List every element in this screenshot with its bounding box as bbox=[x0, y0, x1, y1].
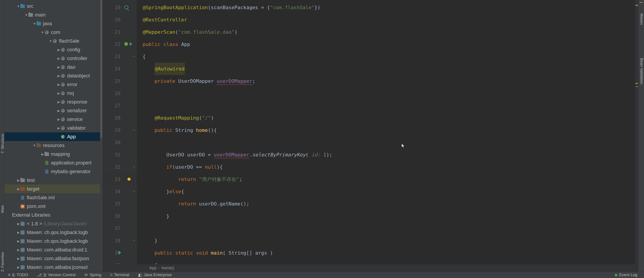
code-line-36[interactable]: } bbox=[143, 210, 634, 222]
code-line-32[interactable]: if(userDO == null){ bbox=[143, 161, 634, 173]
gutter-line-20[interactable]: 20 bbox=[103, 14, 136, 26]
gutter-line-37[interactable]: 37 bbox=[103, 222, 136, 235]
code-line-21[interactable]: @MapperScan("com.flashSale.dao") bbox=[143, 26, 634, 38]
fold-mark-icon[interactable] bbox=[133, 130, 135, 130]
expand-arrow-right-icon[interactable]: ▶ bbox=[57, 126, 60, 130]
expand-arrow-down-icon[interactable]: ▼ bbox=[41, 30, 44, 34]
tool-spring[interactable]: ⟳ Spring bbox=[84, 273, 101, 278]
gutter-line-26[interactable]: 26 bbox=[103, 87, 136, 100]
gutter-line-24[interactable]: 24 bbox=[103, 63, 136, 75]
code-line-28[interactable]: @RequestMapping("/") bbox=[143, 112, 634, 124]
spring-bean-icon[interactable] bbox=[124, 42, 128, 46]
tree-row-flashsale[interactable]: ▼flashSale bbox=[4, 37, 100, 45]
code-line-26[interactable] bbox=[143, 87, 634, 100]
expand-arrow-right-icon[interactable]: ▶ bbox=[57, 100, 60, 104]
gutter-line-32[interactable]: 32 bbox=[103, 161, 136, 173]
code-line-37[interactable] bbox=[143, 222, 634, 235]
gutter-line-21[interactable]: 21 bbox=[103, 26, 136, 38]
tree-row-maven-com-alibaba-fastjson[interactable]: ▶Maven: com.alibaba:fastjson bbox=[4, 254, 100, 263]
tool-structure[interactable]: 7: Structure bbox=[0, 134, 5, 153]
fold-mark-icon[interactable] bbox=[133, 240, 135, 241]
gutter-line-27[interactable]: 27 bbox=[103, 100, 136, 112]
crumb-method[interactable]: home() bbox=[160, 266, 176, 271]
minimize-icon[interactable] bbox=[640, 2, 643, 3]
tree-row-serializer[interactable]: ▶serializer bbox=[4, 106, 100, 115]
code-line-34[interactable]: }else{ bbox=[143, 185, 634, 198]
tree-row-target[interactable]: ▶target bbox=[4, 184, 100, 193]
tree-row--1-8-[interactable]: ▶< 1.8 >/Library/Java/JavaV bbox=[4, 219, 100, 228]
tool-version-control[interactable]: ⎇ 9: Version Control bbox=[37, 273, 76, 278]
intention-bulb-icon[interactable] bbox=[128, 178, 130, 181]
expand-arrow-right-icon[interactable]: ▶ bbox=[57, 65, 60, 69]
tree-row-mq[interactable]: ▶mq bbox=[4, 89, 100, 98]
code-line-22[interactable]: public class App bbox=[143, 38, 634, 50]
gutter-line-34[interactable]: 34 bbox=[103, 185, 136, 198]
tree-scrollbar[interactable] bbox=[100, 0, 103, 275]
expand-arrow-right-icon[interactable]: ▶ bbox=[16, 187, 20, 191]
expand-arrow-right-icon[interactable]: ▶ bbox=[16, 257, 20, 260]
expand-arrow-right-icon[interactable]: ▶ bbox=[57, 83, 60, 86]
gutter-line-31[interactable]: 31 bbox=[103, 148, 136, 161]
tree-row-external-libraries[interactable]: External Libraries bbox=[4, 211, 100, 219]
expand-arrow-right-icon[interactable]: ▶ bbox=[16, 178, 20, 182]
tool-web[interactable]: Web bbox=[0, 205, 5, 213]
tree-row-main[interactable]: ▼main bbox=[4, 10, 100, 19]
gutter-line-36[interactable]: 36 bbox=[103, 210, 136, 222]
expand-arrow-down-icon[interactable]: ▼ bbox=[49, 39, 52, 43]
project-tree[interactable]: ▼src▼main▼java▼com▼flashSale▶config▶cont… bbox=[4, 2, 100, 272]
code-line-19[interactable]: @SpringBootApplication(scanBasePackages … bbox=[143, 1, 634, 14]
expand-arrow-right-icon[interactable]: ▶ bbox=[16, 222, 20, 226]
tree-row-java[interactable]: ▼java bbox=[4, 19, 100, 28]
tree-row-dao[interactable]: ▶dao bbox=[4, 63, 100, 71]
tree-row-application-propert[interactable]: application.propert bbox=[4, 158, 100, 167]
tree-row-service[interactable]: ▶service bbox=[4, 115, 100, 124]
gutter-line-19[interactable]: 19 bbox=[103, 1, 136, 14]
tool-bean-validation[interactable]: Bean Validation bbox=[639, 58, 644, 84]
tree-row-test[interactable]: ▶test bbox=[4, 176, 100, 184]
tree-row-pom-xml[interactable]: mpom.xml bbox=[4, 202, 100, 211]
tool-java-enterprise[interactable]: ◧ Java Enterprise bbox=[138, 273, 172, 278]
gutter-line-33[interactable]: 33 bbox=[103, 173, 136, 185]
gutter-line-25[interactable]: 25 bbox=[103, 75, 136, 87]
expand-arrow-right-icon[interactable]: ▶ bbox=[57, 74, 60, 78]
expand-arrow-right-icon[interactable]: ▶ bbox=[57, 92, 60, 95]
run-icon[interactable] bbox=[130, 42, 132, 46]
event-log[interactable]: Event Log bbox=[615, 273, 637, 277]
code-line-33[interactable]: return "用户对象不存在"; bbox=[143, 173, 634, 185]
expand-arrow-down-icon[interactable]: ▼ bbox=[33, 144, 36, 147]
run-icon[interactable] bbox=[118, 251, 121, 254]
tree-row-com[interactable]: ▼com bbox=[4, 28, 100, 37]
editor-code[interactable]: @SpringBootApplication(scanBasePackages … bbox=[136, 0, 638, 267]
expand-arrow-right-icon[interactable]: ▶ bbox=[16, 266, 20, 269]
tree-row-dataobject[interactable]: ▶dataobject bbox=[4, 71, 100, 80]
code-line-23[interactable]: { bbox=[143, 50, 634, 63]
expand-arrow-right-icon[interactable]: ▶ bbox=[16, 239, 20, 243]
gutter-line-28[interactable]: 28 bbox=[103, 112, 136, 124]
tree-row-validator[interactable]: ▶validator bbox=[4, 124, 100, 132]
editor-error-stripe[interactable] bbox=[635, 0, 638, 267]
tree-row-config[interactable]: ▶config bbox=[4, 45, 100, 54]
tool-terminal[interactable]: ⌑ Terminal bbox=[110, 273, 129, 278]
expand-arrow-down-icon[interactable]: ▼ bbox=[16, 4, 20, 8]
tool-favorites[interactable]: 2: Favorites bbox=[0, 252, 5, 272]
tree-row-error[interactable]: ▶error bbox=[4, 80, 100, 89]
code-line-38[interactable]: } bbox=[143, 235, 634, 247]
tool-todo[interactable]: ≡ 6: TODO bbox=[8, 273, 28, 277]
code-line-35[interactable]: return userDO.getName(); bbox=[143, 198, 634, 210]
expand-arrow-right-icon[interactable]: ▶ bbox=[16, 231, 20, 234]
gutter-line-23[interactable]: 23 bbox=[103, 50, 136, 63]
expand-arrow-right-icon[interactable]: ▶ bbox=[57, 57, 60, 60]
code-line-29[interactable]: public String home(){ bbox=[143, 124, 634, 136]
code-line-24[interactable]: @Autowired bbox=[143, 63, 634, 75]
tree-row-mapping[interactable]: ▶mapping bbox=[4, 150, 100, 158]
tree-row-src[interactable]: ▼src bbox=[4, 2, 100, 10]
editor-gutter[interactable]: 1920212223242526272829303132333435363738… bbox=[103, 0, 136, 267]
usages-icon[interactable] bbox=[124, 5, 128, 9]
code-line-27[interactable] bbox=[143, 100, 634, 112]
expand-arrow-right-icon[interactable]: ▶ bbox=[41, 152, 44, 156]
fold-mark-icon[interactable] bbox=[133, 56, 135, 57]
expand-arrow-right-icon[interactable]: ▶ bbox=[57, 118, 60, 121]
tree-row-maven-com-alibaba-jconsol[interactable]: ▶Maven: com.alibaba:jconsol bbox=[4, 263, 100, 272]
expand-arrow-right-icon[interactable]: ▶ bbox=[57, 48, 60, 52]
tree-row-response[interactable]: ▶response bbox=[4, 98, 100, 106]
